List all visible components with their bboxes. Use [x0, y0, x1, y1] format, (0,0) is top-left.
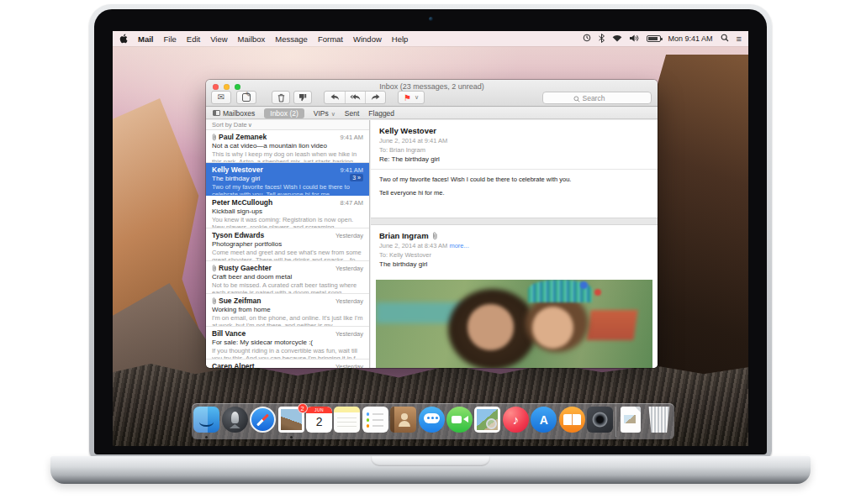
- dock-mail-icon[interactable]: 2: [278, 407, 304, 433]
- dock-trash-icon[interactable]: [646, 407, 672, 433]
- sort-control[interactable]: Sort by Date ∨: [206, 120, 369, 130]
- compose-button[interactable]: [236, 91, 256, 104]
- message-to: To: Kelly Westover: [379, 251, 649, 259]
- menu-file[interactable]: File: [163, 34, 176, 44]
- body-paragraph: Two of my favorite faces! Wish I could b…: [379, 176, 649, 183]
- dock-appstore-icon[interactable]: A: [531, 407, 557, 433]
- dock-ibooks-icon[interactable]: [559, 407, 585, 433]
- menu-app-name[interactable]: Mail: [138, 34, 153, 44]
- search-input[interactable]: [583, 94, 621, 102]
- dock-calendar-icon[interactable]: JUN 2: [306, 407, 332, 433]
- dock-notes-icon[interactable]: [334, 407, 360, 433]
- message-time: Yesterday: [335, 297, 363, 305]
- dock-safari-icon[interactable]: [250, 407, 276, 433]
- menu-mailbox[interactable]: Mailbox: [238, 34, 266, 44]
- message-card: Kelly Westover June 2, 2014 at 9:41 AM T…: [371, 120, 658, 218]
- dock-itunes-icon[interactable]: ♪: [503, 407, 529, 433]
- bluetooth-icon[interactable]: [599, 34, 605, 45]
- dock-facetime-icon[interactable]: [446, 407, 473, 433]
- list-item[interactable]: Bill VanceYesterday For sale: My sidecar…: [206, 327, 369, 360]
- message-subject: Photographer portfolios: [212, 240, 363, 248]
- menu-edit[interactable]: Edit: [187, 34, 200, 44]
- dock-messages-icon[interactable]: [419, 407, 445, 433]
- dock-reminders-icon[interactable]: [362, 407, 388, 433]
- volume-icon[interactable]: [630, 34, 639, 44]
- window-content: Sort by Date ∨ Paul Zemanek9:41 AM Not a…: [206, 120, 658, 368]
- reply-all-button[interactable]: [345, 92, 365, 103]
- reply-button[interactable]: [325, 92, 345, 103]
- message-date: June 2, 2014 at 8:43 AM: [379, 242, 447, 249]
- favorite-sent[interactable]: Sent: [345, 109, 360, 118]
- notification-center-icon[interactable]: ≡: [737, 34, 742, 44]
- list-item[interactable]: Paul Zemanek9:41 AM Not a cat video—a mo…: [206, 130, 369, 163]
- dock-finder-icon[interactable]: [193, 407, 219, 433]
- list-item[interactable]: Sue ZeifmanYesterday Working from home I…: [206, 294, 369, 327]
- mail-unread-badge: 2: [298, 403, 308, 413]
- flag-button[interactable]: ⚑ ∨: [398, 91, 425, 104]
- photo-girl-face: [532, 307, 573, 349]
- dock-aperture-icon[interactable]: [587, 407, 613, 433]
- list-item[interactable]: Caren AlpertYesterday Your posters have …: [206, 360, 369, 368]
- message-time: Yesterday: [335, 232, 363, 239]
- menu-clock-text[interactable]: Mon 9:41 AM: [668, 34, 713, 43]
- menu-message[interactable]: Message: [275, 34, 308, 44]
- junk-button[interactable]: [293, 91, 312, 104]
- list-item[interactable]: Peter McCullough8:47 AM Kickball sign-up…: [206, 196, 369, 228]
- running-indicator: [290, 436, 293, 438]
- list-item-selected[interactable]: Kelly Westover9:41 AM The birthday girl …: [206, 163, 369, 196]
- dock: 2 JUN 2 ♪ A: [192, 403, 674, 439]
- photo-attachment[interactable]: [376, 280, 652, 368]
- apple-menu-icon[interactable]: [119, 34, 128, 44]
- delete-button[interactable]: [272, 91, 290, 104]
- sidebar-icon: [213, 110, 220, 116]
- search-field[interactable]: [542, 92, 652, 104]
- screen: Mail File Edit View Mailbox Message Form…: [113, 31, 748, 446]
- thumbs-down-icon: [298, 93, 307, 102]
- menu-help[interactable]: Help: [392, 34, 409, 44]
- menu-view[interactable]: View: [210, 34, 227, 44]
- message-from: Kelly Westover: [379, 126, 649, 135]
- reply-group: [324, 91, 386, 104]
- running-indicator: [205, 436, 208, 438]
- window-title: Inbox (23 messages, 2 unread): [206, 82, 658, 91]
- favorite-inbox-selected[interactable]: Inbox (2): [264, 108, 304, 118]
- message-time: Yesterday: [335, 330, 363, 338]
- mail-window: Inbox (23 messages, 2 unread) ✉: [206, 80, 658, 368]
- mailboxes-button[interactable]: Mailboxes: [213, 109, 255, 118]
- message-preview: This is why I keep my dog on leash when …: [212, 150, 363, 164]
- forward-button[interactable]: [365, 92, 385, 103]
- get-mail-button[interactable]: ✉: [211, 91, 231, 104]
- dock-contacts-icon[interactable]: [390, 407, 416, 433]
- favorite-flagged[interactable]: Flagged: [368, 109, 394, 118]
- paperclip-icon: [212, 134, 217, 141]
- dock-launchpad-icon[interactable]: [222, 407, 248, 433]
- message-card: Brian Ingram June 2, 2014 at 8:43 AM mor…: [371, 224, 658, 368]
- message-subject: Kickball sign-ups: [212, 207, 363, 215]
- menu-format[interactable]: Format: [318, 34, 343, 44]
- calendar-month: JUN: [306, 407, 332, 413]
- message-subject: For sale: My sidecar motorcycle :(: [212, 339, 363, 346]
- message-preview: Two of my favorite faces! Wish I could b…: [212, 183, 363, 197]
- photo-woman-face: [467, 304, 515, 350]
- desktop-photo-stage: Mail File Edit View Mailbox Message Form…: [0, 0, 861, 504]
- dock-preview-icon[interactable]: [474, 407, 500, 433]
- menu-window[interactable]: Window: [353, 34, 382, 44]
- spotlight-icon[interactable]: [721, 34, 729, 44]
- message-subject: The birthday girl: [212, 175, 363, 182]
- preview-pane: Kelly Westover June 2, 2014 at 9:41 AM T…: [371, 120, 658, 368]
- body-paragraph: Tell everyone hi for me.: [379, 189, 649, 197]
- dock-document-icon[interactable]: [618, 407, 644, 433]
- favorite-vips[interactable]: VIPs ∨: [314, 109, 335, 118]
- clock-icon[interactable]: [583, 34, 591, 44]
- forward-icon: [371, 94, 380, 102]
- sender-name: Kelly Westover: [212, 165, 263, 174]
- message-subject: Craft beer and doom metal: [212, 273, 363, 281]
- list-item[interactable]: Tyson EdwardsYesterday Photographer port…: [206, 228, 369, 261]
- paperclip-icon: [212, 265, 217, 272]
- battery-icon[interactable]: [647, 35, 661, 42]
- wifi-icon[interactable]: [612, 34, 622, 44]
- list-item[interactable]: Rusty GaechterYesterday Craft beer and d…: [206, 261, 369, 294]
- facetime-camera: [429, 17, 433, 21]
- sort-label: Sort by Date: [212, 121, 247, 129]
- more-link[interactable]: more...: [449, 242, 468, 249]
